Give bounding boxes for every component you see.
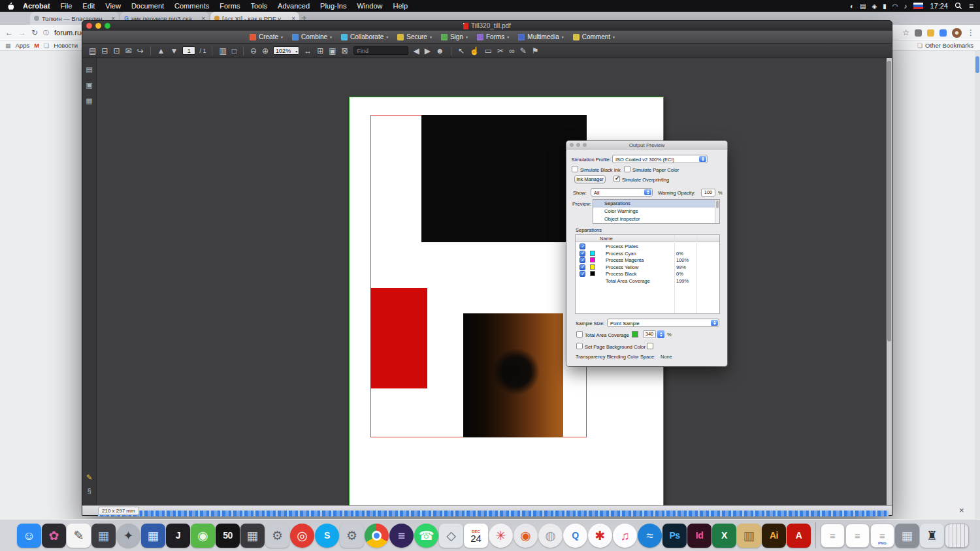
spotlight-search-icon[interactable] [955, 2, 962, 10]
battery-status-icon[interactable]: ▮ [883, 3, 887, 10]
tac-value-field[interactable]: 340 [643, 330, 656, 338]
dialog-zoom-icon[interactable] [583, 143, 587, 147]
preview-option-object-inspector[interactable]: Object Inspector [593, 215, 719, 223]
separation-checkbox[interactable] [580, 251, 585, 257]
dock-green-app[interactable]: ◉ [191, 524, 215, 548]
dock-launchpad[interactable]: ✦ [116, 524, 140, 548]
scroll-mode-icon[interactable]: ▥ [219, 47, 226, 55]
bookmark-apps[interactable]: Apps [16, 42, 30, 49]
volume-status-icon[interactable]: ♪ [904, 3, 907, 10]
document-scrollbar[interactable] [887, 58, 892, 505]
task-button-secure[interactable]: Secure▾ [393, 32, 436, 42]
simulate-black-ink-checkbox[interactable] [572, 166, 578, 172]
dialog-titlebar[interactable]: Output Preview [566, 141, 727, 150]
page-background-swatch[interactable] [647, 343, 653, 349]
dock-photoshop[interactable]: Ps [662, 524, 687, 548]
zoom-out-icon[interactable]: ⊖ [250, 47, 257, 55]
set-page-background-checkbox[interactable] [576, 343, 583, 349]
fit-page-icon[interactable]: ⊞ [317, 47, 323, 55]
menubar-item-comments[interactable]: Comments [169, 2, 214, 10]
pages-panel-icon[interactable]: ▤ [86, 66, 92, 73]
attachments-icon[interactable]: § [87, 488, 91, 495]
separation-checkbox[interactable] [580, 264, 585, 270]
stepper-icon[interactable] [657, 330, 664, 338]
total-area-coverage-checkbox[interactable] [576, 331, 583, 338]
warning-opacity-field[interactable]: 100 [701, 189, 715, 197]
dock-box-app[interactable]: ▥ [737, 524, 761, 548]
minimize-window-icon[interactable] [95, 23, 101, 29]
open-file-icon[interactable]: ▤ [89, 47, 96, 55]
dock-preview-app[interactable]: ▦ [91, 524, 116, 548]
fit-width-icon[interactable]: ↔ [304, 47, 312, 55]
menubar-item-plug-ins[interactable]: Plug-Ins [315, 2, 351, 10]
dock-purple-app[interactable]: ≡ [389, 524, 414, 548]
preview-option-separations[interactable]: Separations [593, 200, 719, 208]
scrollbar-thumb[interactable] [887, 61, 891, 341]
close-bar-icon[interactable]: × [959, 505, 964, 515]
print-icon[interactable]: ⊟ [101, 47, 108, 55]
dock-towers-app[interactable]: ♜ [920, 524, 944, 548]
task-button-comment[interactable]: Comment▾ [569, 32, 619, 42]
page-number-field[interactable]: 1 [182, 46, 195, 55]
apple-menu-icon[interactable] [7, 2, 14, 10]
ink-manager-button[interactable]: Ink Manager [574, 175, 606, 183]
apps-grid-icon[interactable]: ▦ [5, 42, 11, 49]
dock-calendar[interactable]: DEC24 [464, 524, 488, 548]
back-icon[interactable]: ← [5, 28, 13, 37]
show-select[interactable]: All [591, 188, 653, 197]
dock-system-preferences[interactable]: ⚙ [265, 524, 289, 548]
dock-wave-app[interactable]: ≈ [638, 524, 662, 548]
find-input[interactable]: Find [353, 46, 408, 55]
dock-itunes[interactable]: ♫ [613, 524, 637, 548]
menubar-item-window[interactable]: Window [351, 2, 387, 10]
dock-acrobat-dock[interactable]: A [787, 524, 811, 548]
notification-center-icon[interactable]: ≡ [969, 1, 973, 10]
dock-target-app[interactable]: ◉ [514, 524, 538, 548]
simulate-overprinting-checkbox[interactable] [613, 176, 620, 182]
edit-text-icon[interactable]: ✎ [520, 47, 527, 55]
dock-textedit[interactable]: ✎ [67, 524, 91, 548]
menubar-item-file[interactable]: File [56, 2, 78, 10]
layers-panel-icon[interactable]: ▣ [86, 82, 92, 89]
extension-icon[interactable] [927, 29, 934, 37]
browser-menu-icon[interactable]: ⋮ [967, 28, 975, 37]
bluetooth-status-icon[interactable]: ◈ [872, 3, 877, 10]
dock-trash[interactable] [945, 524, 969, 548]
email-icon[interactable]: ✉ [125, 47, 131, 55]
link-icon[interactable]: ∞ [509, 47, 515, 55]
document-canvas[interactable] [97, 58, 887, 505]
list-scrollbar[interactable] [715, 200, 719, 223]
menubar-item-acrobat[interactable]: Acrobat [18, 2, 56, 10]
menubar-item-edit[interactable]: Edit [77, 2, 100, 10]
task-button-forms[interactable]: Forms▾ [473, 32, 513, 42]
dock-file-doc-1[interactable]: ≡ [821, 524, 845, 548]
dock-pinwheel-app[interactable]: ✳ [489, 524, 513, 548]
dock-calculator-app[interactable]: ▦ [240, 524, 265, 548]
extension-icon[interactable] [915, 29, 922, 37]
tac-color-swatch[interactable] [632, 331, 638, 338]
dialog-close-icon[interactable] [570, 143, 574, 147]
close-window-icon[interactable] [86, 23, 92, 29]
dock-whatsapp[interactable]: ☎ [414, 524, 438, 548]
save-icon[interactable]: ⊡ [113, 47, 120, 55]
menubar-item-view[interactable]: View [100, 2, 126, 10]
dock-chrome[interactable] [365, 524, 389, 548]
bookmarks-panel-icon[interactable]: ▦ [86, 97, 92, 104]
dock-cube-app[interactable]: ◇ [439, 524, 463, 548]
menu-bar-clock[interactable]: 17:24 [930, 2, 948, 10]
task-button-combine[interactable]: Combine▾ [288, 32, 336, 42]
dock-indesign[interactable]: Id [687, 524, 711, 548]
export-icon[interactable]: ↪ [137, 47, 144, 55]
browser-scrollbar[interactable] [975, 51, 980, 551]
bookmark-star-icon[interactable]: ☆ [902, 28, 909, 37]
dock-flower-app[interactable]: ✱ [588, 524, 612, 548]
dialog-minimize-icon[interactable] [576, 143, 580, 147]
forward-icon[interactable]: → [18, 28, 26, 37]
dock-file-image[interactable]: ▦ [895, 524, 919, 548]
dock-red-circle-app[interactable]: ◎ [290, 524, 314, 548]
sample-size-select[interactable]: Point Sample [607, 319, 719, 327]
dock-flip-clock[interactable]: 50 [216, 524, 240, 548]
task-button-sign[interactable]: Sign▾ [437, 32, 472, 42]
menubar-item-advanced[interactable]: Advanced [272, 2, 315, 10]
dock-q-app[interactable]: Q [563, 524, 587, 548]
